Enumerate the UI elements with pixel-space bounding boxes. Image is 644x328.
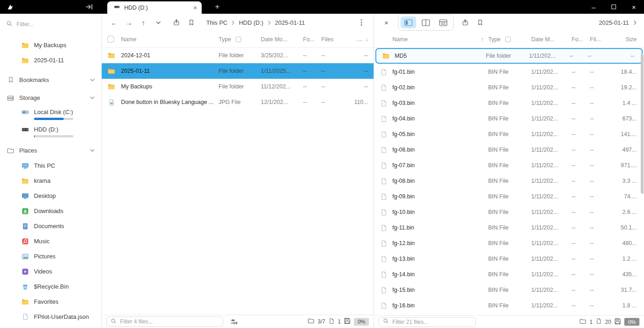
- sidebar-item-krama[interactable]: krama: [0, 173, 101, 188]
- scrollbar-thumb[interactable]: [641, 54, 644, 194]
- up-icon[interactable]: ↑: [137, 16, 150, 29]
- sidebar-item-desktop[interactable]: Desktop: [0, 188, 101, 203]
- column-folders[interactable]: Fo...: [572, 36, 588, 43]
- file-row-fg-08-bin[interactable]: fg-08.bin BIN File 1/11/202... -- -- 3.3…: [374, 173, 644, 189]
- close-button[interactable]: ×: [624, 0, 644, 14]
- file-row-fg-01-bin[interactable]: fg-01.bin BIN File 1/11/202... -- -- 18.…: [374, 64, 644, 80]
- sidebar-section-header-places[interactable]: Places: [0, 143, 101, 158]
- back-icon[interactable]: ←: [107, 16, 121, 29]
- file-row-fg-13-bin[interactable]: fg-13.bin BIN File 1/11/202... -- -- 1.2…: [374, 251, 644, 267]
- new-tab-button[interactable]: +: [211, 2, 224, 11]
- maximize-button[interactable]: [604, 0, 624, 14]
- file-row-my-backups[interactable]: My Backups File folder 11/12/202... -- -…: [102, 79, 374, 94]
- share-icon[interactable]: [458, 16, 472, 29]
- select-all-checkbox[interactable]: [107, 36, 114, 43]
- filter-options-icon[interactable]: [227, 315, 241, 328]
- column-files[interactable]: Fil...: [590, 36, 606, 43]
- sidebar-item-fpilot-userdata-json[interactable]: FPilot-UserData.json: [0, 309, 101, 324]
- sidebar-item-downloads[interactable]: Downloads: [0, 203, 101, 219]
- column-date-modified[interactable]: Date M...: [531, 36, 570, 43]
- column-name[interactable]: Name↑: [392, 36, 486, 43]
- view-details-button[interactable]: [435, 16, 451, 28]
- file-row-fg-10-bin[interactable]: fg-10.bin BIN File 1/11/202... -- -- 2.6…: [374, 204, 644, 220]
- file-row-fg-05-bin[interactable]: fg-05.bin BIN File 1/11/202... -- -- 141…: [374, 126, 644, 142]
- forward-icon[interactable]: →: [122, 16, 136, 29]
- sidebar-item-my-backups[interactable]: My Backups: [0, 38, 101, 53]
- close-pane-icon[interactable]: ×: [380, 16, 393, 29]
- sidebar-section-header-bookmarks[interactable]: Bookmarks: [0, 72, 101, 87]
- maximize-icon: [611, 5, 616, 9]
- file-icon: [380, 240, 388, 247]
- file-icon: [380, 69, 388, 76]
- share-icon[interactable]: [170, 16, 183, 29]
- column-type[interactable]: Type: [219, 36, 259, 43]
- sidebar-item-documents[interactable]: Documents: [0, 219, 101, 234]
- column-folders[interactable]: Fo...: [303, 36, 319, 43]
- sidebar-item-favorites[interactable]: Favorites: [0, 294, 101, 309]
- file-row-fg-11-bin[interactable]: fg-11.bin BIN File 1/11/202... -- -- 50.…: [374, 220, 644, 235]
- left-filter-box[interactable]: [106, 317, 223, 327]
- file-row-fg-07-bin[interactable]: fg-07.bin BIN File 1/11/202... -- -- 971…: [374, 158, 644, 173]
- file-row-fg-14-bin[interactable]: fg-14.bin BIN File 1/11/202... -- -- 435…: [374, 267, 644, 282]
- type-filter-checkbox[interactable]: [236, 37, 241, 42]
- sidebar-item-recycle-bin[interactable]: $Recycle.Bin: [0, 279, 101, 294]
- column-size[interactable]: ....↓: [341, 36, 368, 43]
- type-filter-checkbox[interactable]: [505, 37, 511, 42]
- view-dual-button[interactable]: [418, 16, 434, 28]
- sidebar-item-music[interactable]: Music: [0, 234, 101, 249]
- right-breadcrumb[interactable]: 2025-01-11: [599, 19, 638, 26]
- right-filter-input[interactable]: [392, 319, 471, 325]
- file-row-md5[interactable]: MD5 File folder 1/11/202... -- -- --: [375, 48, 643, 64]
- column-size[interactable]: Size: [608, 36, 637, 43]
- sidebar-toggle-icon[interactable]: [83, 1, 94, 12]
- file-row-fg-12-bin[interactable]: fg-12.bin BIN File 1/11/202... -- -- 480…: [374, 235, 644, 251]
- file-row-2024-12-01[interactable]: 2024-12-01 File folder 3/25/202... -- --…: [102, 48, 374, 63]
- sidebar-item-videos[interactable]: Videos: [0, 264, 101, 279]
- sidebar-filter-box[interactable]: [0, 17, 101, 31]
- file-icon: [21, 313, 29, 320]
- breadcrumb-item-this-pc[interactable]: This PC: [206, 19, 227, 26]
- history-chevron-icon[interactable]: [151, 16, 165, 29]
- view-columns-button[interactable]: [401, 16, 416, 28]
- sidebar-item-local-disk-c[interactable]: Local Disk (C:): [0, 105, 101, 123]
- chevron-right-icon[interactable]: [633, 20, 637, 25]
- file-row-fg-02-bin[interactable]: fg-02.bin BIN File 1/11/202... -- -- 19.…: [374, 80, 644, 95]
- sidebar-item-2025-01-11[interactable]: 2025-01-11: [0, 53, 101, 68]
- file-row-done-button-in-bluesky-language[interactable]: Done button in Bluesky Language ... JPG …: [102, 94, 374, 110]
- file-row-fg-09-bin[interactable]: fg-09.bin BIN File 1/11/202... -- -- 74.…: [374, 189, 644, 204]
- save-icon[interactable]: [344, 317, 351, 326]
- left-filter-input[interactable]: [120, 318, 219, 325]
- file-row-fg-04-bin[interactable]: fg-04.bin BIN File 1/11/202... -- -- 673…: [374, 111, 644, 126]
- sidebar-section-header-storage[interactable]: Storage: [0, 90, 101, 105]
- bookmark-icon[interactable]: [473, 16, 487, 29]
- column-date-modified[interactable]: Date Mo...: [261, 36, 301, 43]
- minimize-button[interactable]: –: [583, 0, 604, 14]
- file-row-fg-06-bin[interactable]: fg-06.bin BIN File 1/11/202... -- -- 497…: [374, 142, 644, 158]
- file-row-fg-03-bin[interactable]: fg-03.bin BIN File 1/11/202... -- -- 1.4…: [374, 95, 644, 111]
- left-file-list: 2024-12-01 File folder 3/25/202... -- --…: [102, 48, 374, 315]
- bookmark-icon[interactable]: [184, 16, 198, 29]
- sidebar-item-this-pc[interactable]: This PC: [0, 158, 101, 173]
- right-filter-box[interactable]: [379, 317, 476, 327]
- breadcrumb-item-hdd-d[interactable]: HDD (D:): [239, 19, 263, 26]
- places_o-icon: [6, 147, 15, 154]
- file-count: 20: [605, 319, 611, 325]
- more-menu-icon[interactable]: [354, 16, 368, 29]
- breadcrumb-item-2025-01-11[interactable]: 2025-01-11: [275, 19, 305, 26]
- column-type[interactable]: Type: [488, 36, 529, 43]
- bookmark_o-icon: [6, 77, 15, 83]
- file-row-fg-16-bin[interactable]: fg-16.bin BIN File 1/11/202... -- -- 1.8…: [374, 298, 644, 313]
- sidebar-filter-input[interactable]: [17, 21, 95, 27]
- column-files[interactable]: Files: [321, 36, 340, 43]
- tab-hdd-d[interactable]: HDD (D:) ×: [107, 1, 202, 14]
- tab-close-icon[interactable]: ×: [193, 5, 197, 11]
- file-row-2025-01-11[interactable]: 2025-01-11 File folder 1/11/2025... -- -…: [102, 63, 374, 79]
- column-name[interactable]: Name: [121, 36, 217, 43]
- sidebar-item-hdd-d[interactable]: HDD (D:): [0, 123, 101, 140]
- sidebar-item-pictures[interactable]: Pictures: [0, 249, 101, 264]
- save-icon[interactable]: [614, 318, 621, 326]
- right-column-headers: Name↑ Type Date M... Fo... Fil... Size: [374, 31, 644, 48]
- vertical-scrollbar[interactable]: [641, 49, 644, 314]
- sidebar-item-fpilot-session-json[interactable]: FPilot-Session.json: [0, 324, 101, 328]
- file-row-fg-15-bin[interactable]: fg-15.bin BIN File 1/11/202... -- -- 31.…: [374, 282, 644, 298]
